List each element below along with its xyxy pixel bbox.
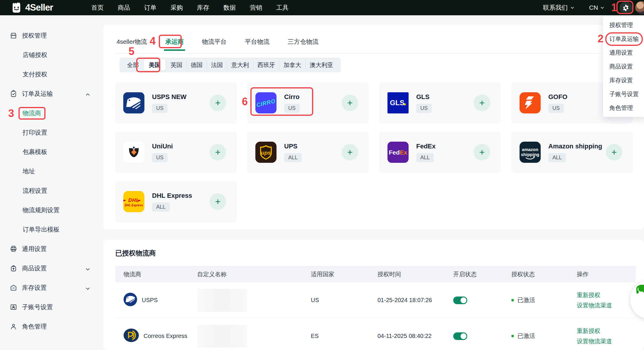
sidebar-item-inventory-settings[interactable]: 库存设置 — [0, 278, 102, 297]
sidebar-item-label: 支付授权 — [23, 70, 47, 78]
tab-carrier[interactable]: 承运商 — [164, 38, 185, 46]
carrier-region-badge: US — [284, 104, 300, 113]
nav-item-data[interactable]: 数据 — [223, 4, 236, 12]
country-filter-all[interactable]: 全部 — [123, 61, 143, 69]
add-carrier-button[interactable]: + — [210, 95, 226, 111]
add-carrier-button[interactable]: + — [342, 144, 358, 160]
order-icon — [10, 90, 17, 98]
carrier-card-gls[interactable]: GLSGLSUS+ — [379, 82, 501, 123]
sidebar-item-order-export-template[interactable]: 订单导出模板 — [0, 220, 102, 239]
authorized-title: 已授权物流商 — [115, 249, 156, 258]
settings-menu-item-role-management[interactable]: 角色管理 — [603, 101, 644, 115]
carrier-card-cirro[interactable]: CIRROCirroUS+ — [247, 82, 369, 123]
settings-menu-item-inventory-settings[interactable]: 库存设置 — [603, 73, 644, 87]
sidebar-item-carriers[interactable]: 物流商 — [0, 103, 102, 123]
cirro-logo: CIRRO — [255, 92, 277, 113]
sidebar-item-process-settings[interactable]: 流程设置 — [0, 181, 102, 200]
country-filter-us[interactable]: 美国 — [144, 59, 166, 71]
sidebar-item-payment-auth[interactable]: 支付授权 — [0, 65, 102, 84]
country-filter-au[interactable]: 澳大利亚 — [306, 61, 337, 69]
carrier-card-uniuni[interactable]: UniUniUS+ — [115, 132, 237, 173]
svg-text:DHL Express: DHL Express — [125, 204, 143, 207]
nav-item-orders[interactable]: 订单 — [144, 4, 156, 12]
settings-menu: 授权管理订单及运输通用设置商品设置库存设置子账号设置角色管理 — [603, 16, 644, 117]
settings-gear-button[interactable] — [619, 1, 632, 14]
carrier-card-dhl-express[interactable]: DHLDHL ExpressDHL ExpressALL+ — [115, 181, 237, 222]
nav-item-inventory[interactable]: 库存 — [197, 4, 209, 12]
country-filter-es[interactable]: 西班牙 — [253, 61, 279, 69]
nav-item-purchase[interactable]: 采购 — [171, 4, 183, 12]
brand[interactable]: 4Seller — [11, 0, 53, 15]
nav-item-products[interactable]: 商品 — [118, 4, 130, 12]
reauthorize-link[interactable]: 重新授权 — [577, 291, 636, 299]
tab-logistics-platform[interactable]: 物流平台 — [200, 38, 228, 46]
settings-menu-item-authorization[interactable]: 授权管理 — [603, 18, 644, 32]
add-carrier-button[interactable]: + — [210, 193, 226, 210]
sidebar-item-product-settings[interactable]: 商品设置 — [0, 259, 102, 278]
country-filter-it[interactable]: 意大利 — [227, 61, 253, 69]
nav-item-home[interactable]: 首页 — [91, 4, 104, 12]
gls-logo: GLS — [387, 92, 409, 113]
add-carrier-button[interactable]: + — [474, 95, 490, 111]
status-cell: 已激活 — [511, 332, 577, 340]
settings-menu-item-product-settings[interactable]: 商品设置 — [603, 60, 644, 73]
sidebar-item-general-settings[interactable]: 通用设置 — [0, 239, 102, 259]
authorized-table-body: USPSUS01-25-2024 18:07:26已激活重新授权设置物流渠道Co… — [115, 282, 636, 350]
country-filter-fr[interactable]: 法国 — [207, 61, 227, 69]
contact-us-menu[interactable]: 联系我们 — [543, 0, 574, 15]
chevron-down-icon — [600, 4, 604, 11]
settings-menu-item-general-settings[interactable]: 通用设置 — [603, 46, 644, 60]
carrier-info: FedExALL — [416, 143, 436, 162]
authorized-table-header: 物流商自定义名称适用国家授权时间开启状态授权状态操作 — [115, 266, 636, 282]
carrier-card-fedex[interactable]: FedExFedExALL+ — [379, 132, 501, 173]
sidebar-item-role-management[interactable]: 角色管理 — [0, 317, 102, 336]
nav-item-marketing[interactable]: 营销 — [250, 4, 262, 12]
country-filter-de[interactable]: 德国 — [187, 61, 207, 69]
column-header-auth-time: 授权时间 — [377, 270, 453, 278]
carrier-region-badge: US — [548, 104, 564, 113]
headset-chat-icon — [636, 283, 644, 295]
carrier-card-ups[interactable]: upsUPSALL+ — [247, 132, 369, 173]
carrier-info: UPSALL — [284, 143, 302, 162]
settings-menu-item-orders-shipping[interactable]: 订单及运输 — [603, 32, 644, 46]
country-filter-uk[interactable]: 英国 — [166, 61, 187, 69]
enable-toggle[interactable] — [453, 297, 467, 304]
status-cell: 已激活 — [511, 296, 577, 304]
add-carrier-button[interactable]: + — [474, 144, 490, 160]
sidebar-item-orders-shipping[interactable]: 订单及运输 — [0, 84, 102, 103]
sidebar-item-authorization[interactable]: 授权管理 — [0, 26, 102, 45]
svg-text:shipping: shipping — [521, 152, 540, 157]
tab-4seller-logistics[interactable]: 4seller物流 — [115, 38, 149, 46]
settings-menu-item-subaccount-settings[interactable]: 子账号设置 — [603, 87, 644, 101]
locale-switcher[interactable]: CN — [589, 0, 604, 15]
set-logistics-channel-link[interactable]: 设置物流渠道 — [577, 337, 636, 345]
carrier-card-amazon-shipping[interactable]: amazonshippingAmazon shippingALL+ — [511, 132, 633, 173]
sidebar-item-label: 订单导出模板 — [23, 225, 60, 234]
nav-item-tools[interactable]: 工具 — [276, 4, 289, 12]
sidebar-item-label: 角色管理 — [22, 322, 47, 331]
set-logistics-channel-link[interactable]: 设置物流渠道 — [577, 302, 636, 309]
enable-toggle[interactable] — [453, 332, 467, 340]
sidebar-item-package-template[interactable]: 包裹模板 — [0, 142, 102, 162]
tab-3pl-warehouse[interactable]: 三方仓物流 — [286, 38, 320, 46]
sidebar-item-print-settings[interactable]: 打印设置 — [0, 123, 102, 142]
sidebar-item-address[interactable]: 地址 — [0, 162, 102, 181]
carrier-name: USPS NEW — [152, 93, 186, 101]
country-filter-ca[interactable]: 加拿大 — [279, 61, 306, 69]
sidebar-item-subaccount-settings[interactable]: 子账号设置 — [0, 297, 102, 317]
add-carrier-button[interactable]: + — [342, 95, 358, 111]
svg-text:FedEx: FedEx — [389, 149, 407, 156]
carrier-region-badge: US — [152, 153, 168, 162]
reauthorize-link[interactable]: 重新授权 — [577, 327, 636, 335]
tab-platform-logistics[interactable]: 平台物流 — [243, 38, 271, 46]
carrier-region-badge: US — [416, 104, 432, 113]
sidebar-item-logistics-rules[interactable]: 物流规则设置 — [0, 200, 102, 220]
add-carrier-button[interactable]: + — [210, 144, 226, 160]
svg-text:ups: ups — [261, 150, 271, 156]
carrier-info: GLSUS — [416, 93, 432, 113]
tabs-divider — [115, 53, 644, 53]
sidebar-item-store-auth[interactable]: 店铺授权 — [0, 45, 102, 65]
carrier-card-usps-new[interactable]: USPS NEWUS+ — [115, 82, 237, 123]
add-carrier-button[interactable]: + — [606, 144, 622, 160]
user-avatar[interactable] — [635, 1, 644, 14]
